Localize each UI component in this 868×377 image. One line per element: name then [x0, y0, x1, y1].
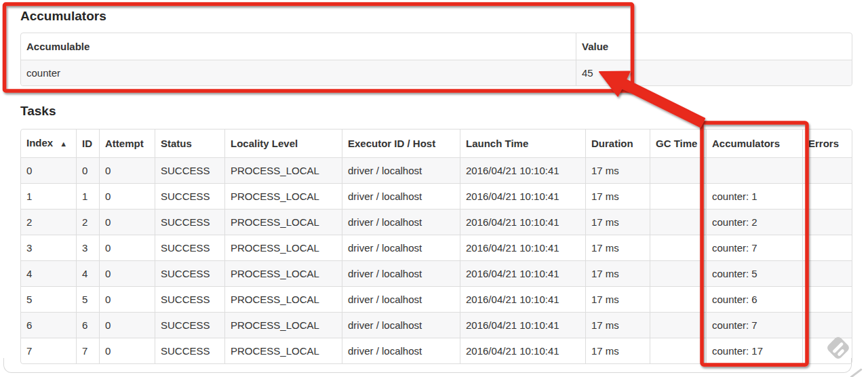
duration-cell: 17 ms: [585, 157, 650, 183]
index-header-label: Index: [26, 137, 53, 148]
gc-time-column-header[interactable]: GC Time: [650, 130, 706, 157]
id-column-header[interactable]: ID: [76, 130, 99, 157]
gc-time-cell: [650, 260, 706, 286]
locality-cell: PROCESS_LOCAL: [224, 338, 342, 363]
page-content: Accumulators Accumulable Value counter 4…: [20, 0, 851, 364]
index-column-header[interactable]: Index▲: [21, 130, 76, 157]
locality-cell: PROCESS_LOCAL: [224, 183, 342, 209]
id-cell: 2: [76, 209, 99, 235]
status-cell: SUCCESS: [155, 286, 224, 312]
accumulators-cell: [706, 157, 802, 183]
accumulator-row: counter 45: [21, 60, 852, 85]
launch-time-cell: 2016/04/21 10:10:41: [460, 286, 585, 312]
id-cell: 0: [76, 157, 99, 183]
executor-cell: driver / localhost: [342, 183, 460, 209]
attempt-cell: 0: [99, 312, 155, 338]
task-row: 7 7 0 SUCCESS PROCESS_LOCAL driver / loc…: [21, 338, 852, 363]
status-cell: SUCCESS: [155, 157, 224, 183]
errors-cell: [802, 312, 852, 338]
accumulators-column-header[interactable]: Accumulators: [706, 130, 802, 157]
duration-cell: 17 ms: [585, 260, 650, 286]
accumulators-cell: counter: 2: [706, 209, 802, 235]
launch-time-column-header[interactable]: Launch Time: [460, 130, 585, 157]
index-cell: 2: [21, 209, 76, 235]
executor-cell: driver / localhost: [342, 209, 460, 235]
locality-level-column-header[interactable]: Locality Level: [224, 130, 342, 157]
errors-cell: [802, 157, 852, 183]
duration-cell: 17 ms: [585, 338, 650, 363]
status-cell: SUCCESS: [155, 312, 224, 338]
attempt-cell: 0: [99, 260, 155, 286]
attempt-cell: 0: [99, 235, 155, 260]
task-row: 0 0 0 SUCCESS PROCESS_LOCAL driver / loc…: [21, 157, 852, 183]
id-cell: 6: [76, 312, 99, 338]
attempt-column-header[interactable]: Attempt: [99, 130, 155, 157]
errors-cell: [802, 183, 852, 209]
accumulators-header-row: Accumulable Value: [21, 33, 852, 60]
executor-cell: driver / localhost: [342, 260, 460, 286]
accumulators-cell: counter: 7: [706, 235, 802, 260]
accumulable-name-cell: counter: [21, 60, 576, 85]
task-row: 3 3 0 SUCCESS PROCESS_LOCAL driver / loc…: [21, 235, 852, 260]
gc-time-cell: [650, 183, 706, 209]
status-cell: SUCCESS: [155, 183, 224, 209]
duration-column-header[interactable]: Duration: [585, 130, 650, 157]
status-column-header[interactable]: Status: [155, 130, 224, 157]
page-curl-decoration: [850, 368, 863, 377]
duration-cell: 17 ms: [585, 312, 650, 338]
spark-stage-page: Accumulators Accumulable Value counter 4…: [0, 0, 868, 377]
gc-time-cell: [650, 312, 706, 338]
launch-time-cell: 2016/04/21 10:10:41: [460, 157, 585, 183]
attempt-cell: 0: [99, 209, 155, 235]
status-cell: SUCCESS: [155, 338, 224, 363]
errors-cell: [802, 286, 852, 312]
accumulators-cell: counter: 1: [706, 183, 802, 209]
errors-cell: [802, 209, 852, 235]
accumulators-cell: counter: 7: [706, 312, 802, 338]
accumulable-value-cell: 45: [576, 60, 852, 85]
id-cell: 1: [76, 183, 99, 209]
attempt-cell: 0: [99, 286, 155, 312]
task-row: 2 2 0 SUCCESS PROCESS_LOCAL driver / loc…: [21, 209, 852, 235]
accumulators-heading: Accumulators: [20, 0, 851, 24]
id-cell: 7: [76, 338, 99, 363]
launch-time-cell: 2016/04/21 10:10:41: [460, 338, 585, 363]
status-cell: SUCCESS: [155, 260, 224, 286]
executor-cell: driver / localhost: [342, 235, 460, 260]
id-cell: 3: [76, 235, 99, 260]
gc-time-cell: [650, 235, 706, 260]
executor-id-host-column-header[interactable]: Executor ID / Host: [342, 130, 460, 157]
duration-cell: 17 ms: [585, 286, 650, 312]
launch-time-cell: 2016/04/21 10:10:41: [460, 183, 585, 209]
locality-cell: PROCESS_LOCAL: [224, 286, 342, 312]
gc-time-cell: [650, 286, 706, 312]
launch-time-cell: 2016/04/21 10:10:41: [460, 260, 585, 286]
status-cell: SUCCESS: [155, 235, 224, 260]
accumulators-cell: counter: 17: [706, 338, 802, 363]
errors-cell: [802, 235, 852, 260]
id-cell: 5: [76, 286, 99, 312]
duration-cell: 17 ms: [585, 183, 650, 209]
attempt-cell: 0: [99, 157, 155, 183]
locality-cell: PROCESS_LOCAL: [224, 260, 342, 286]
locality-cell: PROCESS_LOCAL: [224, 209, 342, 235]
duration-cell: 17 ms: [585, 209, 650, 235]
index-cell: 0: [21, 157, 76, 183]
value-column-header[interactable]: Value: [576, 33, 852, 60]
id-cell: 4: [76, 260, 99, 286]
tasks-table: Index▲ ID Attempt Status Locality Level …: [20, 129, 852, 364]
index-cell: 3: [21, 235, 76, 260]
duration-cell: 17 ms: [585, 235, 650, 260]
index-cell: 6: [21, 312, 76, 338]
locality-cell: PROCESS_LOCAL: [224, 312, 342, 338]
gc-time-cell: [650, 338, 706, 363]
tasks-header-row: Index▲ ID Attempt Status Locality Level …: [21, 130, 852, 157]
gc-time-cell: [650, 157, 706, 183]
launch-time-cell: 2016/04/21 10:10:41: [460, 209, 585, 235]
status-cell: SUCCESS: [155, 209, 224, 235]
attempt-cell: 0: [99, 183, 155, 209]
accumulable-column-header[interactable]: Accumulable: [21, 33, 576, 60]
accumulators-table: Accumulable Value counter 45: [20, 33, 852, 86]
errors-column-header[interactable]: Errors: [802, 130, 852, 157]
executor-cell: driver / localhost: [342, 312, 460, 338]
